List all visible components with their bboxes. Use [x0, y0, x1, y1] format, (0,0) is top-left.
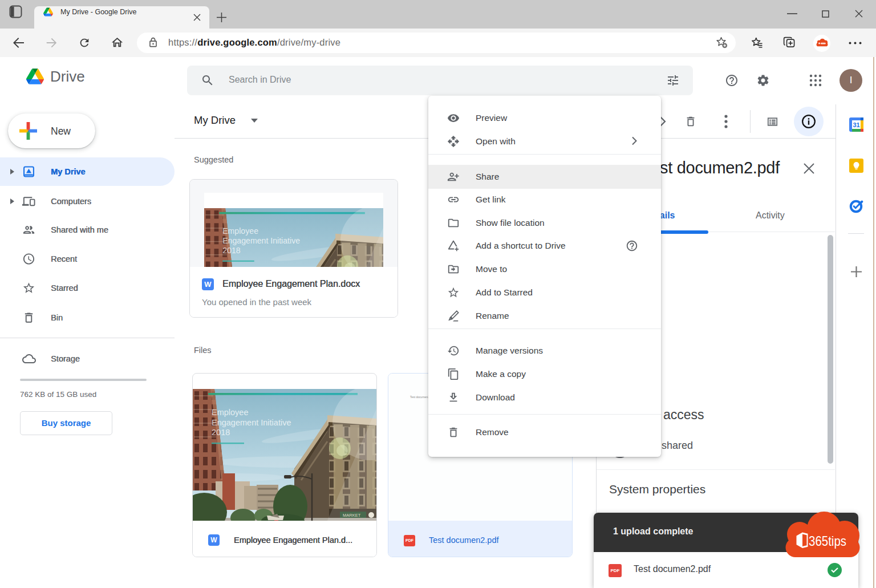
svg-text:Employee: Employee: [212, 408, 248, 417]
svg-text:Engagement Initiative: Engagement Initiative: [212, 418, 291, 427]
svg-text:365tips: 365tips: [809, 533, 846, 549]
svg-text:2018: 2018: [212, 428, 230, 437]
svg-text:31: 31: [853, 121, 859, 128]
